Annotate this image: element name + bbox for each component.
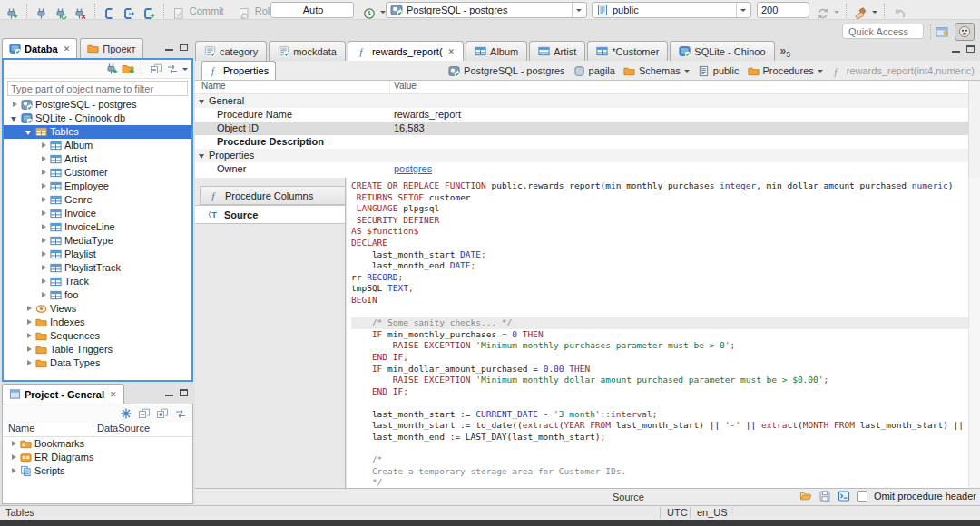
project-col-name[interactable]: Name bbox=[3, 423, 93, 436]
breadcrumb-pagila[interactable]: pagila bbox=[573, 65, 615, 77]
twistie-icon[interactable] bbox=[40, 141, 48, 150]
editor-tab-sqlite-chinoo[interactable]: SQLite - Chinoo bbox=[670, 41, 774, 61]
editor-tab-category[interactable]: category bbox=[195, 41, 267, 61]
commit-button[interactable]: Commit bbox=[190, 5, 224, 16]
tree-item-playlist[interactable]: Playlist bbox=[4, 248, 191, 261]
tree-item-playlisttrack[interactable]: PlaylistTrack bbox=[4, 261, 191, 275]
tree-item-views[interactable]: Views bbox=[4, 302, 191, 316]
twistie-icon[interactable] bbox=[25, 346, 34, 354]
grid-col-value[interactable]: Value bbox=[390, 81, 416, 93]
close-tab-icon[interactable]: ✕ bbox=[448, 47, 456, 56]
fetch-size-input[interactable]: 200 bbox=[757, 2, 809, 18]
tree-item-invoiceline[interactable]: InvoiceLine bbox=[4, 220, 191, 234]
commit-mode-combo[interactable]: Auto bbox=[270, 2, 354, 18]
tree-item-sequences[interactable]: Sequences bbox=[4, 329, 191, 343]
grid-row-properties[interactable]: Properties bbox=[195, 149, 968, 162]
project-item-er-diagrams[interactable]: ER Diagrams bbox=[3, 451, 192, 464]
plug-icon[interactable] bbox=[34, 3, 50, 19]
tree-item-sqlite-chinook-db[interactable]: SQLite - Chinook.db bbox=[4, 112, 191, 125]
omit-header-checkbox[interactable] bbox=[857, 491, 867, 502]
tab-database-navigator[interactable]: Databa ✕ bbox=[2, 38, 77, 58]
twistie-icon[interactable] bbox=[25, 332, 34, 340]
grid-row-procedure-description[interactable]: Procedure Description bbox=[195, 135, 968, 149]
twistie-icon[interactable] bbox=[199, 151, 207, 160]
commit-icon[interactable] bbox=[171, 3, 187, 19]
owner-link[interactable]: postgres bbox=[394, 163, 432, 174]
editor-tab-album[interactable]: Album bbox=[466, 41, 527, 61]
tree-item-genre[interactable]: Genre bbox=[4, 193, 191, 207]
tree-item-employee[interactable]: Employee bbox=[4, 180, 191, 193]
close-database-tab-icon[interactable]: ✕ bbox=[64, 44, 71, 54]
close-project-general-tab-icon[interactable]: ✕ bbox=[110, 390, 117, 399]
twistie-icon[interactable] bbox=[40, 223, 48, 231]
history-icon[interactable] bbox=[361, 3, 377, 19]
load-from-file-icon[interactable] bbox=[799, 490, 812, 502]
twistie-icon[interactable] bbox=[25, 318, 34, 326]
sql-editor-recent-icon[interactable] bbox=[121, 3, 137, 19]
editor-tab-artist[interactable]: Artist bbox=[529, 41, 585, 61]
tab-properties[interactable]: f Properties bbox=[201, 61, 276, 80]
tree-item-customer[interactable]: Customer bbox=[4, 166, 191, 180]
twistie-icon[interactable] bbox=[11, 101, 19, 109]
breadcrumb-dropdown-arrow[interactable] bbox=[818, 70, 823, 73]
perspective-editor-button[interactable] bbox=[932, 23, 952, 41]
tree-item-album[interactable]: Album bbox=[4, 139, 191, 152]
twistie-icon[interactable] bbox=[11, 114, 19, 122]
collapse-all-icon[interactable] bbox=[150, 63, 162, 75]
tree-item-indexes[interactable]: Indexes bbox=[4, 316, 191, 329]
grid-row-general[interactable]: General bbox=[195, 94, 968, 108]
schema-combo[interactable]: public bbox=[592, 2, 751, 18]
navigator-menu-arrow[interactable] bbox=[182, 68, 188, 71]
twistie-icon[interactable] bbox=[40, 196, 48, 204]
reconnect-icon[interactable] bbox=[53, 3, 69, 19]
breadcrumb-schemas[interactable]: Schemas bbox=[623, 65, 690, 77]
editor-tab-rewards-report[interactable]: frewards_report(✕ bbox=[348, 41, 464, 61]
project-link-icon[interactable] bbox=[174, 407, 187, 420]
sql-editor-new-icon[interactable] bbox=[141, 3, 157, 19]
grid-scrollbar[interactable] bbox=[968, 81, 980, 178]
tree-item-data-types[interactable]: Data Types bbox=[4, 356, 191, 370]
editor-tab-customer[interactable]: *Customer bbox=[587, 41, 668, 61]
connect-icon[interactable] bbox=[4, 3, 20, 19]
navigator-filter-input[interactable] bbox=[7, 81, 188, 96]
sql-editor-icon[interactable] bbox=[102, 3, 118, 19]
project-expand-icon[interactable] bbox=[156, 407, 169, 420]
maximize-project-icon[interactable] bbox=[180, 389, 188, 396]
breadcrumb-procedures[interactable]: Procedures bbox=[748, 65, 823, 77]
tab-project-general[interactable]: Project - General ✕ bbox=[2, 384, 124, 404]
editor-tab-mockdata[interactable]: mockdata bbox=[269, 41, 346, 61]
twistie-icon[interactable] bbox=[25, 305, 34, 313]
twistie-icon[interactable] bbox=[40, 209, 48, 218]
status-locale[interactable]: en_US bbox=[697, 507, 728, 518]
breadcrumb-rewards-report-int4-numeric[interactable]: frewards_report(int4,numeric) bbox=[831, 65, 975, 77]
twistie-icon[interactable] bbox=[40, 169, 48, 177]
gear-icon[interactable] bbox=[120, 407, 132, 420]
twistie-icon[interactable] bbox=[25, 128, 34, 136]
twistie-icon[interactable] bbox=[40, 278, 48, 286]
perspective-dbeaver-button[interactable] bbox=[955, 23, 975, 41]
save-to-file-icon[interactable] bbox=[818, 490, 831, 502]
grid-row-procedure-name[interactable]: Procedure Namerewards_report bbox=[195, 108, 968, 122]
twistie-icon[interactable] bbox=[40, 250, 48, 258]
project-collapse-icon[interactable] bbox=[138, 407, 151, 420]
brush-dropdown-arrow[interactable] bbox=[872, 11, 877, 14]
tree-item-postgresql-postgres[interactable]: PostgreSQL - postgres bbox=[4, 98, 191, 112]
breadcrumb-dropdown-arrow[interactable] bbox=[684, 70, 690, 73]
maximize-navigator-icon[interactable] bbox=[180, 44, 188, 51]
grid-row-object-id[interactable]: Object ID16,583 bbox=[195, 122, 968, 135]
connection-combo[interactable]: PostgreSQL - postgres bbox=[386, 2, 587, 18]
grid-row-owner[interactable]: Ownerpostgres bbox=[195, 162, 968, 176]
project-item-bookmarks[interactable]: Bookmarks bbox=[3, 437, 192, 451]
minimize-navigator-icon[interactable] bbox=[165, 44, 173, 51]
project-col-datasource[interactable]: DataSource bbox=[93, 423, 150, 436]
project-item-scripts[interactable]: Scripts bbox=[3, 464, 192, 478]
twistie-icon[interactable] bbox=[40, 155, 48, 163]
tree-item-invoice[interactable]: Invoice bbox=[4, 207, 191, 220]
link-editor-icon[interactable] bbox=[166, 63, 179, 75]
tree-item-track[interactable]: Track bbox=[4, 275, 191, 288]
disconnect-icon[interactable] bbox=[72, 3, 88, 19]
minimize-project-icon[interactable] bbox=[165, 389, 173, 396]
source-scrollbar[interactable] bbox=[968, 178, 980, 488]
new-connection-icon[interactable] bbox=[105, 63, 118, 75]
breadcrumb-postgresql-postgres[interactable]: PostgreSQL - postgres bbox=[448, 65, 564, 77]
